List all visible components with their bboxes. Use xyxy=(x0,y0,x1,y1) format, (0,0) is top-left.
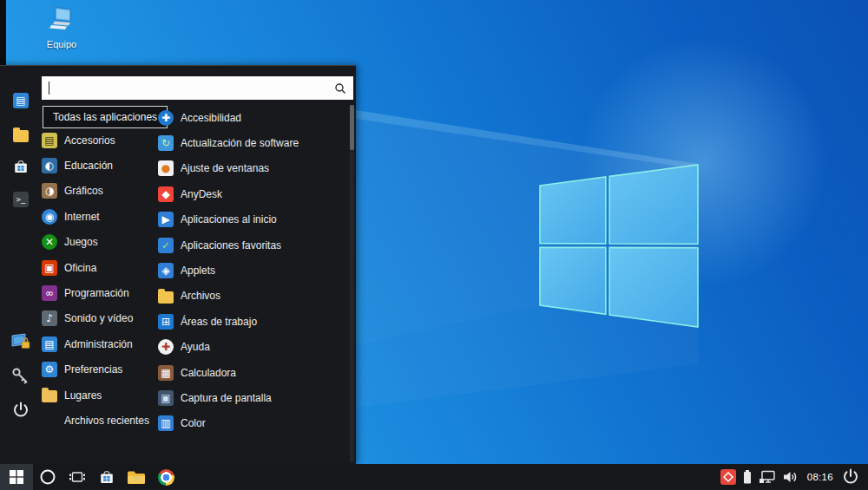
app-anydesk[interactable]: ◆AnyDesk xyxy=(158,181,347,206)
category-administracion[interactable]: ▤Administración xyxy=(42,331,158,356)
app-label: Actualización de software xyxy=(181,137,299,149)
category-lugares[interactable]: Lugares xyxy=(42,382,158,408)
desktop: Equipo ▤ >_ Todas xyxy=(0,0,868,490)
screenshot-icon: ▣ xyxy=(158,390,174,406)
tray-network-button[interactable] xyxy=(759,464,776,490)
app-color[interactable]: ▥Color xyxy=(158,411,347,436)
app-label: Archivos xyxy=(181,290,220,302)
category-label: Administración xyxy=(64,338,133,350)
category-educacion[interactable]: ◐Educación xyxy=(42,153,158,178)
sidebar-store-button[interactable] xyxy=(7,153,35,180)
screen-edge-strip xyxy=(0,0,6,66)
store-icon xyxy=(12,158,30,175)
app-calculadora[interactable]: ▦Calculadora xyxy=(158,360,347,385)
app-archivos[interactable]: Archivos xyxy=(158,284,347,309)
category-archivos-recientes[interactable]: Archivos recientes xyxy=(42,408,158,433)
app-label: Captura de pantalla xyxy=(181,392,272,404)
start-menu: ▤ >_ Todas las aplicaciones xyxy=(0,65,356,464)
category-oficina[interactable]: ▣Oficina xyxy=(42,255,158,280)
window-tweaks-icon: ● xyxy=(158,160,174,176)
taskbar-chrome-button[interactable] xyxy=(151,464,181,490)
cortana-search-icon xyxy=(39,468,56,486)
tray-battery-button[interactable] xyxy=(742,464,753,490)
category-accesorios[interactable]: ▤Accesorios xyxy=(42,127,158,153)
sidebar-file-manager-button[interactable] xyxy=(7,121,35,148)
app-ajuste-de-ventanas[interactable]: ●Ajuste de ventanas xyxy=(158,156,347,181)
task-view-icon xyxy=(69,468,86,486)
app-label: Ajuste de ventanas xyxy=(181,162,269,174)
category-juegos[interactable]: ✕Juegos xyxy=(42,230,158,255)
tray-volume-button[interactable] xyxy=(782,464,799,490)
power-icon xyxy=(11,401,30,420)
category-sonido-y-video[interactable]: ♪Sonido y vídeo xyxy=(42,306,158,331)
games-icon: ✕ xyxy=(42,234,57,250)
files-icon xyxy=(158,291,174,304)
category-label: Educación xyxy=(64,160,113,172)
session-key-icon xyxy=(10,366,31,387)
taskbar-store-button[interactable] xyxy=(92,464,122,490)
sidebar-software-manager-button[interactable]: ▤ xyxy=(7,87,35,114)
internet-icon: ◉ xyxy=(42,209,57,225)
favorite-apps-icon: ✓ xyxy=(158,238,174,253)
category-preferencias[interactable]: ⚙Preferencias xyxy=(42,357,158,382)
file-explorer-icon xyxy=(127,469,146,485)
all-applications-button[interactable]: Todas las aplicaciones xyxy=(43,106,168,128)
desktop-icon-equipo[interactable]: Equipo xyxy=(35,6,89,49)
category-graficos[interactable]: ◑Gráficos xyxy=(42,179,158,204)
lock-screen-icon xyxy=(10,332,31,351)
start-button[interactable] xyxy=(0,464,33,490)
app-label: Aplicaciones favoritas xyxy=(181,239,281,252)
app-label: Ayuda xyxy=(181,341,210,353)
app-aplicaciones-favoritas[interactable]: ✓Aplicaciones favoritas xyxy=(158,232,347,258)
sidebar-lock-screen-button[interactable] xyxy=(7,328,35,356)
sound-video-icon: ♪ xyxy=(42,310,57,326)
color-icon: ▥ xyxy=(158,415,174,431)
chrome-icon xyxy=(158,469,174,486)
search-input[interactable] xyxy=(42,76,353,100)
app-areas-de-trabajo[interactable]: ⊞Áreas de trabajo xyxy=(158,309,347,334)
app-label: AnyDesk xyxy=(181,188,222,200)
category-label: Preferencias xyxy=(64,363,122,376)
software-update-icon: ↻ xyxy=(158,135,174,151)
terminal-icon: >_ xyxy=(13,192,29,207)
sidebar-power-button[interactable] xyxy=(7,396,35,424)
application-list: ✚Accesibilidad↻Actualización de software… xyxy=(158,105,347,436)
accessories-icon: ▤ xyxy=(42,133,57,148)
app-list-scrollbar[interactable] xyxy=(350,105,354,462)
sidebar-session-key-button[interactable] xyxy=(7,363,35,390)
taskbar: 08:16 xyxy=(0,464,868,490)
app-applets[interactable]: ◈Applets xyxy=(158,258,347,283)
app-ayuda[interactable]: ✚Ayuda xyxy=(158,335,347,360)
network-icon xyxy=(759,469,776,485)
tray-anydesk-tray-button[interactable] xyxy=(720,464,736,490)
app-label: Calculadora xyxy=(181,367,236,379)
education-icon: ◐ xyxy=(42,158,57,173)
workspaces-icon: ⊞ xyxy=(158,314,174,330)
volume-icon xyxy=(782,469,799,485)
start-button-windows-icon xyxy=(10,470,23,484)
category-label: Juegos xyxy=(64,236,98,248)
app-label: Color xyxy=(181,417,206,429)
taskbar-task-view-button[interactable] xyxy=(62,464,92,490)
app-actualizacion-de-software[interactable]: ↻Actualización de software xyxy=(158,130,347,155)
taskbar-file-explorer-button[interactable] xyxy=(122,464,151,490)
text-caret xyxy=(49,82,49,95)
applets-icon: ◈ xyxy=(158,263,174,278)
app-label: Accesibilidad xyxy=(181,112,241,124)
sidebar-terminal-button[interactable]: >_ xyxy=(7,186,35,213)
category-internet[interactable]: ◉Internet xyxy=(42,204,158,229)
category-label: Accesorios xyxy=(64,134,115,147)
app-captura-de-pantalla[interactable]: ▣Captura de pantalla xyxy=(158,385,347,410)
tray-power-button[interactable] xyxy=(841,464,860,490)
clock[interactable]: 08:16 xyxy=(806,472,835,482)
taskbar-cortana-search-button[interactable] xyxy=(33,464,62,490)
graphics-icon: ◑ xyxy=(42,183,57,199)
scrollbar-thumb[interactable] xyxy=(350,105,354,150)
app-aplicaciones-al-inicio[interactable]: ▶Aplicaciones al inicio xyxy=(158,207,347,232)
app-accesibilidad[interactable]: ✚Accesibilidad xyxy=(158,105,347,130)
category-label: Oficina xyxy=(64,262,96,274)
search-icon xyxy=(334,82,346,95)
help-icon: ✚ xyxy=(158,339,174,355)
anydesk-tray-icon xyxy=(720,469,736,485)
category-programacion[interactable]: ∞Programación xyxy=(42,280,158,305)
